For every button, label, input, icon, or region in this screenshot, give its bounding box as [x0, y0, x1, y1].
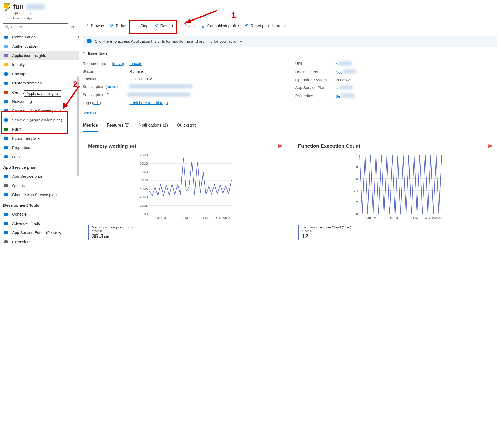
sidebar-item-label: Application Insights [12, 53, 46, 58]
svg-text:0.6: 0.6 [353, 177, 358, 180]
sidebar-item-properties[interactable]: Properties [0, 143, 79, 152]
more-icon[interactable]: ⋯ [28, 11, 33, 16]
svg-rect-18 [4, 222, 8, 225]
essentials-edit-link[interactable]: edit [93, 101, 100, 105]
svg-text:UTC+08:00: UTC+08:00 [215, 216, 231, 220]
svg-rect-4 [4, 72, 8, 76]
essentials-value[interactable]: : Click here to add tags [127, 101, 285, 105]
sidebar-item-identity[interactable]: Identity [0, 60, 79, 69]
sidebar-item-label: Advanced Tools [12, 221, 40, 226]
essentials-row: Subscription ID [83, 91, 285, 99]
pin-icon[interactable]: 📌 [275, 142, 283, 150]
svg-text:0B: 0B [144, 212, 148, 216]
essentials-row: Health Check : Not [295, 68, 498, 76]
sidebar-item-app-service-editor[interactable]: App Service Editor (Preview) [0, 228, 79, 237]
sidebar: fun 📌 ☆ ⋯ Function App 🔍 ≪ Application I… [0, 0, 79, 448]
sidebar-item-custom-domains[interactable]: Custom domains [0, 78, 79, 88]
essentials-label: URL [295, 61, 333, 66]
sidebar-item-label: Backups [12, 72, 27, 76]
sidebar-item-export-template[interactable]: Export template [0, 134, 79, 143]
essentials-row: App Service Plan : R [295, 84, 498, 92]
sidebar-item-application-insights[interactable]: Application Insights [0, 51, 79, 60]
essentials-label: Properties [295, 93, 333, 98]
sidebar-item-app-service-plan[interactable]: App Service plan [0, 172, 79, 181]
see-more-link[interactable]: See more [83, 111, 99, 115]
svg-rect-13 [4, 155, 8, 158]
scrollbar-thumb[interactable] [77, 76, 79, 176]
sidebar-item-networking[interactable]: Networking [0, 97, 79, 106]
svg-text:8:45 PM: 8:45 PM [177, 216, 188, 220]
sidebar-item-change-app-service-plan[interactable]: Change App Service plan [0, 190, 79, 199]
export-template-icon [4, 136, 8, 141]
sidebar-item-backups[interactable]: Backups [0, 69, 79, 78]
essentials-value: : China East 2 [127, 77, 285, 81]
tab-metrics[interactable]: Metrics [83, 120, 98, 132]
sidebar-item-locks[interactable]: Locks [0, 152, 79, 161]
search-box[interactable]: 🔍 [3, 23, 68, 30]
search-icon: 🔍 [5, 25, 9, 29]
essentials-row: Location : China East 2 [83, 75, 285, 83]
sidebar-item-scale-up[interactable]: Scale up (App Service plan) [0, 106, 79, 115]
svg-text:0: 0 [356, 212, 358, 216]
svg-text:60MB: 60MB [140, 162, 148, 165]
essentials-toggle[interactable]: ⌃ Essentials [79, 47, 501, 58]
essentials-move-link[interactable]: move [113, 61, 123, 66]
essentials-label: App Service Plan [295, 85, 333, 90]
browse-button[interactable]: ↗Browse [83, 22, 107, 29]
essentials-move-link[interactable]: move [107, 84, 117, 89]
main: ↗Browse ⟳Refresh □Stop ⟲Restart ⇄Swap ⭳G… [79, 0, 501, 448]
sidebar-item-configuration[interactable]: Configuration [0, 32, 79, 42]
svg-text:0.4: 0.4 [353, 189, 358, 192]
essentials-value[interactable]: : Not [333, 69, 498, 74]
restart-button[interactable]: ⟲Restart [152, 22, 175, 29]
stop-button[interactable]: □Stop [133, 22, 151, 29]
sidebar-item-label: Export template [12, 136, 40, 141]
metrics-card: Function Execution Count📌00.20.40.60.818… [293, 138, 498, 245]
collapse-sidebar-icon[interactable]: ≪ [70, 25, 74, 29]
essentials-value[interactable]: : Se [333, 93, 498, 98]
get-publish-profile-button[interactable]: ⭳Get publish profile [198, 22, 241, 29]
sidebar-item-push[interactable]: Push [0, 125, 79, 134]
app-subtitle: Function App [13, 16, 76, 20]
annotation-label-2: 2 [73, 79, 78, 88]
tab-quickstart[interactable]: Quickstart [176, 120, 196, 132]
custom-domains-icon [4, 81, 8, 85]
essentials-row: Tags (edit) : Click here to add tags [83, 99, 285, 107]
refresh-button[interactable]: ⟳Refresh [108, 22, 132, 29]
sidebar-item-extensions[interactable]: Extensions [0, 237, 79, 246]
tab-features-[interactable]: Features (8) [106, 120, 130, 132]
sidebar-item-console[interactable]: Console [0, 210, 79, 219]
essentials-label: Health Check [295, 69, 333, 74]
chart[interactable]: 0B10MB20MB30MB40MB50MB60MB70MB8:30 PM8:4… [88, 154, 282, 222]
sidebar-item-authentication[interactable]: Authentication [0, 42, 79, 51]
svg-text:20MB: 20MB [140, 196, 148, 199]
svg-rect-2 [4, 54, 8, 57]
svg-rect-7 [4, 100, 8, 103]
reset-publish-profile-button[interactable]: ↶Reset publish profile [242, 22, 289, 29]
chart[interactable]: 00.20.40.60.818:30 PM8:45 PM9 PMUTC+08:0… [298, 154, 492, 222]
essentials-value[interactable]: : R [333, 85, 498, 90]
tabs: MetricsFeatures (8)Notifications (1)Quic… [79, 120, 501, 132]
svg-text:9 PM: 9 PM [201, 216, 208, 220]
sidebar-item-label: App Service plan [12, 174, 42, 178]
sidebar-item-label: Configuration [12, 35, 36, 39]
essentials-row: Properties : Se [295, 92, 498, 100]
essentials-label: Operating System [295, 78, 333, 82]
quotas-icon [4, 183, 8, 188]
sidebar-item-label: Locks [12, 155, 22, 159]
sidebar-item-advanced-tools[interactable]: Advanced Tools [0, 219, 79, 228]
sidebar-item-scale-out[interactable]: Scale out (App Service plan) [0, 115, 79, 125]
svg-text:9 PM: 9 PM [411, 216, 418, 220]
star-icon[interactable]: ☆ [22, 11, 25, 16]
insights-banner[interactable]: i Click here to access Application Insig… [83, 36, 497, 47]
essentials-row: Operating System : Window [295, 76, 498, 84]
tab-notifications-[interactable]: Notifications (1) [138, 120, 168, 132]
pin-icon[interactable]: 📌 [485, 142, 493, 150]
search-input[interactable] [11, 25, 66, 29]
svg-rect-11 [4, 137, 8, 140]
svg-text:50MB: 50MB [140, 170, 148, 173]
essentials-value[interactable]: : h [333, 61, 498, 66]
sidebar-item-quotas[interactable]: Quotas [0, 181, 79, 190]
svg-text:1: 1 [356, 154, 358, 157]
essentials-value[interactable]: : funcaiii [127, 61, 285, 66]
